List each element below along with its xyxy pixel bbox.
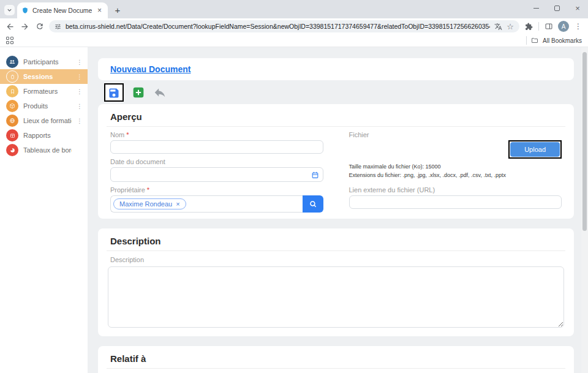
nom-label: Nom* (110, 131, 323, 138)
upload-highlight-box: Upload (508, 140, 562, 159)
lien-label: Lien externe du fichier (URL) (349, 186, 562, 194)
save-icon (108, 86, 120, 100)
item-menu-icon[interactable]: ⋮ (77, 88, 83, 95)
sidebar-item-tableaux-de-bord[interactable]: Tableaux de bord ⋮ (0, 143, 88, 157)
back-button[interactable] (5, 21, 15, 32)
sidebar-item-label: Tableaux de bord (23, 146, 72, 154)
section-heading: Relatif à (107, 351, 565, 369)
folder-icon (531, 37, 538, 44)
toolbar-divider (538, 22, 539, 31)
site-settings-icon[interactable] (55, 23, 61, 30)
side-panel-button[interactable] (543, 21, 554, 32)
date-input[interactable] (110, 167, 323, 182)
browser-window: Create New Document × + × beta.cirrus-sh… (0, 0, 588, 373)
search-icon (309, 200, 317, 208)
tab-create-new-document[interactable]: Create New Document × (17, 2, 108, 18)
sidebar-item-label: Lieux de formation (23, 117, 72, 124)
page-scrollbar[interactable] (581, 47, 588, 373)
globe-icon (6, 115, 18, 127)
window-controls: × (526, 0, 588, 16)
tab-close-icon[interactable]: × (96, 6, 104, 15)
undo-button[interactable] (153, 86, 167, 99)
file-rule-size: Taille maximale du fichier (Ko): 15000 (349, 162, 562, 171)
apercu-section: Aperçu Nom* Date du document Propriétair… (98, 104, 574, 219)
maximize-icon (554, 6, 560, 11)
add-button[interactable] (132, 86, 145, 99)
proprietaire-field[interactable]: Maxime Rondeau × (110, 195, 323, 213)
action-toolbar (98, 82, 574, 103)
owner-chip-label: Maxime Rondeau (119, 200, 172, 208)
forward-button[interactable] (20, 21, 30, 32)
maximize-button[interactable] (546, 0, 567, 16)
tab-title: Create New Document (32, 7, 92, 14)
clipboard-icon (6, 70, 18, 83)
browser-menu-button[interactable]: ⋮ (573, 22, 583, 31)
reload-button[interactable] (34, 21, 45, 32)
bookmark-icon (6, 85, 18, 97)
required-mark: * (126, 131, 129, 138)
translate-icon[interactable] (494, 23, 502, 31)
sidebar-item-formateurs[interactable]: Formateurs ⋮ (0, 84, 88, 99)
chevron-down-icon (7, 7, 12, 13)
sidebar: Participants ⋮ Sessions ⋮ Formateurs ⋮ (0, 47, 88, 373)
minimize-icon (533, 8, 539, 9)
title-card: Nouveau Document (98, 58, 574, 80)
description-textarea[interactable] (108, 266, 564, 328)
plus-icon (132, 86, 145, 99)
apercu-right-column: Fichier Upload Taille maximale du fichie… (349, 127, 562, 213)
owner-lookup-input[interactable]: Maxime Rondeau × (110, 195, 303, 213)
cube-icon (6, 100, 18, 112)
required-mark: * (147, 186, 149, 194)
page-title[interactable]: Nouveau Document (110, 64, 190, 74)
all-bookmarks-button[interactable]: All Bookmarks (543, 37, 582, 44)
bookmarks-bar: All Bookmarks (0, 34, 588, 47)
relatif-section: Relatif à Client Session (98, 346, 574, 373)
item-menu-icon[interactable]: ⋮ (77, 118, 83, 124)
sidebar-item-label: Produits (23, 102, 72, 110)
extensions-button[interactable] (524, 21, 534, 32)
item-menu-icon[interactable]: ⋮ (77, 59, 83, 66)
item-menu-icon[interactable]: ⋮ (77, 103, 83, 110)
description-section: Description Description (98, 228, 574, 336)
side-panel-icon (545, 22, 553, 31)
new-tab-button[interactable]: + (110, 2, 125, 17)
item-menu-icon[interactable]: ⋮ (77, 73, 83, 80)
sidebar-item-label: Rapports (23, 132, 72, 139)
sidebar-item-produits[interactable]: Produits ⋮ (0, 99, 88, 113)
sidebar-item-label: Participants (23, 58, 72, 66)
sidebar-item-label: Sessions (23, 73, 72, 80)
apercu-left-column: Nom* Date du document Propriétaire* (110, 127, 323, 213)
app-page: Participants ⋮ Sessions ⋮ Formateurs ⋮ (0, 47, 588, 373)
chip-remove-icon[interactable]: × (176, 201, 179, 208)
upload-button[interactable]: Upload (510, 142, 560, 157)
calendar-icon[interactable] (311, 170, 319, 181)
scrollbar-thumb[interactable] (582, 52, 587, 231)
fichier-label: Fichier (349, 131, 562, 138)
nom-input[interactable] (110, 140, 323, 154)
bookmark-star-icon[interactable]: ☆ (507, 23, 514, 31)
table-icon (6, 129, 18, 141)
save-button[interactable] (104, 83, 124, 102)
minimize-button[interactable] (526, 0, 546, 16)
section-heading: Description (107, 233, 565, 251)
people-icon (6, 56, 18, 68)
sidebar-item-rapports[interactable]: Rapports ⋮ (0, 128, 88, 143)
profile-avatar[interactable]: A (558, 21, 569, 32)
tab-search-button[interactable] (4, 5, 15, 15)
address-bar[interactable]: beta.cirrus-shield.net/Data/Create/Docum… (49, 20, 519, 32)
sidebar-item-sessions[interactable]: Sessions ⋮ (0, 69, 88, 84)
close-button[interactable]: × (567, 0, 588, 16)
file-rule-extensions: Extensions du fichier: .png, .jpg, .xlsx… (349, 171, 562, 179)
main-content: Nouveau Document Aperçu Nom* (98, 47, 574, 373)
sidebar-item-lieux-de-formation[interactable]: Lieux de formation ⋮ (0, 113, 88, 128)
bookmarks-divider (526, 36, 527, 45)
sidebar-item-participants[interactable]: Participants ⋮ (0, 55, 88, 69)
lien-input[interactable] (349, 195, 562, 209)
shield-favicon-icon (21, 7, 29, 14)
browser-toolbar: beta.cirrus-shield.net/Data/Create/Docum… (0, 18, 588, 34)
apps-grid-icon[interactable] (6, 37, 13, 44)
owner-search-button[interactable] (303, 195, 323, 213)
url-text: beta.cirrus-shield.net/Data/Create/Docum… (66, 23, 490, 30)
tab-strip: Create New Document × + × (0, 0, 588, 18)
forward-arrow-icon (20, 22, 29, 31)
